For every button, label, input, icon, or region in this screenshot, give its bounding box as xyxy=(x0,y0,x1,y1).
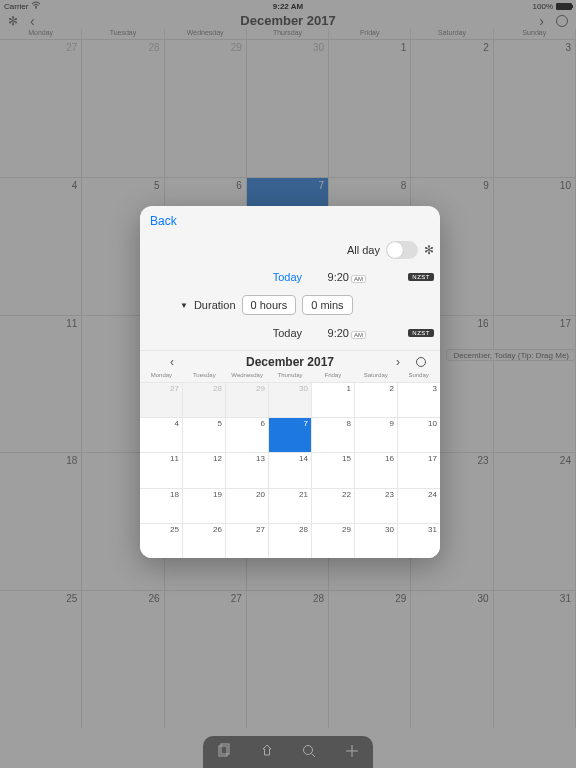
mini-day-number: 15 xyxy=(342,454,351,463)
allday-toggle[interactable] xyxy=(386,241,418,259)
allday-label: All day xyxy=(347,244,380,256)
mini-day-number: 6 xyxy=(261,419,265,428)
mini-day-number: 27 xyxy=(170,384,179,393)
mini-day-cell[interactable]: 2 xyxy=(355,383,398,417)
duration-collapse-icon[interactable]: ▼ xyxy=(180,301,188,310)
mini-day-number: 9 xyxy=(390,419,394,428)
mini-day-number: 12 xyxy=(213,454,222,463)
end-time-row[interactable]: Today 9:20AM NZST xyxy=(140,320,440,346)
mini-day-cell[interactable]: 26 xyxy=(183,524,226,558)
end-day-label: Today xyxy=(146,327,316,339)
mini-prev-button[interactable]: ‹ xyxy=(170,355,174,369)
mini-day-cell[interactable]: 30 xyxy=(355,524,398,558)
mini-month-title: December 2017 xyxy=(246,355,334,369)
mini-day-cell[interactable]: 29 xyxy=(312,524,355,558)
copy-icon[interactable] xyxy=(216,743,232,762)
mini-dow-label: Tuesday xyxy=(183,372,226,382)
mini-day-cell[interactable]: 25 xyxy=(140,524,183,558)
start-tz-badge[interactable]: NZST xyxy=(408,273,434,281)
mini-day-number: 14 xyxy=(299,454,308,463)
mini-day-cell[interactable]: 14 xyxy=(269,453,312,487)
duration-row: ▼ Duration 0 hours 0 mins xyxy=(140,290,440,320)
svg-line-4 xyxy=(312,753,316,757)
share-up-icon[interactable] xyxy=(259,743,275,762)
mini-day-number: 28 xyxy=(299,525,308,534)
mini-month-nav: ‹ December 2017 › xyxy=(140,350,440,372)
mini-day-number: 17 xyxy=(428,454,437,463)
start-ampm: AM xyxy=(351,275,366,283)
mini-day-cell[interactable]: 24 xyxy=(398,489,440,523)
mini-day-cell[interactable]: 28 xyxy=(269,524,312,558)
duration-label: Duration xyxy=(194,299,236,311)
mini-day-cell[interactable]: 29 xyxy=(226,383,269,417)
mini-day-number: 22 xyxy=(342,490,351,499)
end-ampm: AM xyxy=(351,331,366,339)
mini-day-cell[interactable]: 7 xyxy=(269,418,312,452)
mini-day-number: 7 xyxy=(304,419,308,428)
mini-day-number: 29 xyxy=(256,384,265,393)
duration-hours-picker[interactable]: 0 hours xyxy=(242,295,297,315)
mini-day-cell[interactable]: 13 xyxy=(226,453,269,487)
mini-day-cell[interactable]: 9 xyxy=(355,418,398,452)
mini-day-number: 4 xyxy=(175,419,179,428)
mini-day-cell[interactable]: 10 xyxy=(398,418,440,452)
mini-day-number: 16 xyxy=(385,454,394,463)
mini-day-number: 25 xyxy=(170,525,179,534)
mini-day-cell[interactable]: 4 xyxy=(140,418,183,452)
mini-day-cell[interactable]: 20 xyxy=(226,489,269,523)
mini-day-number: 2 xyxy=(390,384,394,393)
mini-day-cell[interactable]: 27 xyxy=(226,524,269,558)
mini-today-ring-icon[interactable] xyxy=(416,357,426,367)
add-icon[interactable] xyxy=(344,743,360,762)
mini-day-cell[interactable]: 27 xyxy=(140,383,183,417)
back-button[interactable]: Back xyxy=(150,214,177,228)
time-settings-gear-icon[interactable]: ✻ xyxy=(424,243,434,257)
mini-day-cell[interactable]: 23 xyxy=(355,489,398,523)
mini-day-number: 27 xyxy=(256,525,265,534)
mini-day-cell[interactable]: 22 xyxy=(312,489,355,523)
mini-dow-label: Friday xyxy=(311,372,354,382)
end-tz-badge[interactable]: NZST xyxy=(408,329,434,337)
mini-day-number: 13 xyxy=(256,454,265,463)
mini-day-cell[interactable]: 15 xyxy=(312,453,355,487)
mini-day-number: 5 xyxy=(218,419,222,428)
start-time-value: 9:20 xyxy=(328,271,349,283)
mini-day-cell[interactable]: 3 xyxy=(398,383,440,417)
mini-day-number: 24 xyxy=(428,490,437,499)
mini-day-number: 18 xyxy=(170,490,179,499)
mini-day-number: 3 xyxy=(433,384,437,393)
mini-day-number: 21 xyxy=(299,490,308,499)
mini-day-cell[interactable]: 1 xyxy=(312,383,355,417)
mini-day-cell[interactable]: 11 xyxy=(140,453,183,487)
mini-day-cell[interactable]: 28 xyxy=(183,383,226,417)
mini-day-cell[interactable]: 5 xyxy=(183,418,226,452)
mini-day-number: 19 xyxy=(213,490,222,499)
event-time-modal: Back All day ✻ Today 9:20AM NZST ▼ Durat… xyxy=(140,206,440,558)
mini-day-cell[interactable]: 17 xyxy=(398,453,440,487)
mini-day-cell[interactable]: 19 xyxy=(183,489,226,523)
mini-day-number: 1 xyxy=(347,384,351,393)
mini-day-number: 20 xyxy=(256,490,265,499)
mini-day-number: 28 xyxy=(213,384,222,393)
mini-day-cell[interactable]: 6 xyxy=(226,418,269,452)
mini-next-button[interactable]: › xyxy=(396,355,400,369)
mini-day-cell[interactable]: 21 xyxy=(269,489,312,523)
mini-day-cell[interactable]: 12 xyxy=(183,453,226,487)
mini-day-number: 10 xyxy=(428,419,437,428)
mini-day-cell[interactable]: 16 xyxy=(355,453,398,487)
mini-day-cell[interactable]: 8 xyxy=(312,418,355,452)
mini-day-number: 31 xyxy=(428,525,437,534)
mini-day-number: 30 xyxy=(299,384,308,393)
mini-day-cell[interactable]: 18 xyxy=(140,489,183,523)
mini-day-cell[interactable]: 31 xyxy=(398,524,440,558)
svg-point-3 xyxy=(304,745,313,754)
mini-day-cell[interactable]: 30 xyxy=(269,383,312,417)
search-icon[interactable] xyxy=(301,743,317,762)
mini-day-number: 23 xyxy=(385,490,394,499)
end-time-value: 9:20 xyxy=(328,327,349,339)
start-time-row[interactable]: Today 9:20AM NZST xyxy=(140,264,440,290)
mini-day-number: 8 xyxy=(347,419,351,428)
duration-mins-picker[interactable]: 0 mins xyxy=(302,295,352,315)
start-day-label: Today xyxy=(146,271,316,283)
mini-dow-label: Monday xyxy=(140,372,183,382)
